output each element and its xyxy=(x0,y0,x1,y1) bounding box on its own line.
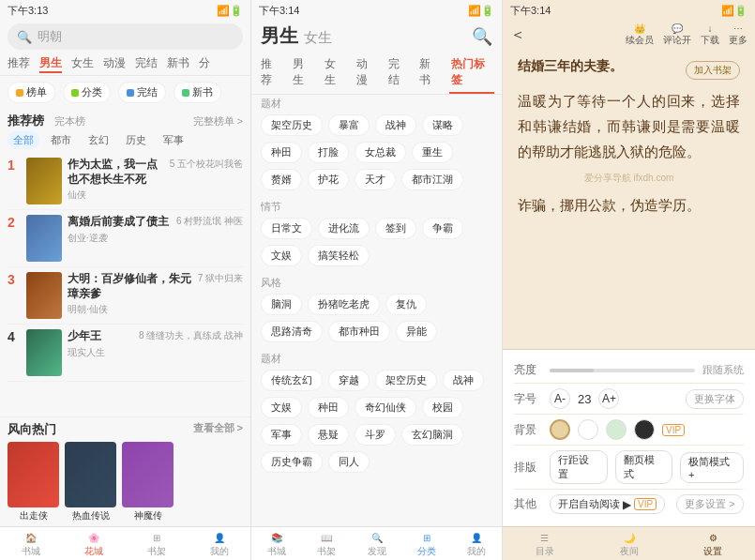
bg-warm[interactable] xyxy=(550,419,570,440)
tag-item[interactable]: 女总裁 xyxy=(355,142,406,163)
tab2-anime[interactable]: 动漫 xyxy=(355,53,379,94)
tag-item[interactable]: 护花 xyxy=(308,169,349,190)
tag-item[interactable]: 思路清奇 xyxy=(261,321,323,342)
action-vip[interactable]: 👑 续会员 xyxy=(626,23,654,47)
tab2-female[interactable]: 女生 xyxy=(323,53,347,94)
nav2-shelf[interactable]: 📖 书架 xyxy=(301,533,351,558)
tag-item[interactable]: 谋略 xyxy=(422,114,463,136)
tag-item[interactable]: 异能 xyxy=(396,321,437,342)
filter-history[interactable]: 历史 xyxy=(120,131,152,149)
tab-female[interactable]: 女生 xyxy=(71,55,94,73)
tab-new[interactable]: 新书 xyxy=(167,55,189,73)
tag-item[interactable]: 扮猪吃老虎 xyxy=(308,294,380,315)
action-more[interactable]: ⋯ 更多 xyxy=(729,23,747,47)
tag-item[interactable]: 传统玄幻 xyxy=(261,370,323,391)
action-download[interactable]: ↓ 下载 xyxy=(701,23,719,47)
change-font-button[interactable]: 更换字体 xyxy=(686,389,744,409)
tag-item[interactable]: 进化流 xyxy=(318,218,370,239)
tag-item[interactable]: 重生 xyxy=(412,142,453,163)
tag-item[interactable]: 复仇 xyxy=(385,294,427,315)
minimal-mode-button[interactable]: 极简模式+ xyxy=(680,452,744,483)
filter-all[interactable]: 全部 xyxy=(8,131,39,149)
add-to-shelf-button[interactable]: 加入书架 xyxy=(686,61,740,80)
btn-category[interactable]: 分类 xyxy=(63,82,111,103)
tab-anime[interactable]: 动漫 xyxy=(103,55,126,73)
action-comment[interactable]: 💬 评论开 xyxy=(663,23,691,47)
tab2-recommend[interactable]: 推荐 xyxy=(259,53,283,94)
table-row[interactable]: 4 少年王 现实人生 8 缝缝功夫，真练成 战神 xyxy=(8,325,243,382)
filter-military[interactable]: 军事 xyxy=(158,131,189,149)
bg-dark[interactable] xyxy=(634,419,655,440)
tag-item[interactable]: 奇幻仙侠 xyxy=(355,397,416,418)
tag-item[interactable]: 军事 xyxy=(261,424,302,446)
btn-finished[interactable]: 完结 xyxy=(118,82,166,103)
full-rank-label[interactable]: 完本榜 xyxy=(54,115,85,127)
font-minus-button[interactable]: A- xyxy=(550,388,570,409)
nav3-night[interactable]: 🌙 夜间 xyxy=(587,533,672,558)
table-row[interactable]: 3 大明：百岁修仙者，朱元璋亲爹 明朝·仙侠 7 狱中归来 xyxy=(8,267,243,325)
tab2-finished[interactable]: 完结 xyxy=(386,53,411,94)
tag-item[interactable]: 悬疑 xyxy=(308,424,349,446)
tag-item[interactable]: 穿越 xyxy=(328,370,370,391)
filter-city[interactable]: 都市 xyxy=(45,131,77,149)
btn-new[interactable]: 新书 xyxy=(174,82,221,103)
gender-male[interactable]: 男生 xyxy=(261,23,298,49)
tag-item[interactable]: 都市江湖 xyxy=(401,169,463,190)
tag-item[interactable]: 暴富 xyxy=(328,114,370,136)
line-spacing-button[interactable]: 行距设置 xyxy=(550,450,608,484)
tag-item[interactable]: 打脸 xyxy=(308,142,349,163)
tag-item[interactable]: 脑洞 xyxy=(261,294,302,315)
font-plus-button[interactable]: A+ xyxy=(598,388,619,409)
tag-item[interactable]: 签到 xyxy=(375,218,416,239)
tag-item[interactable]: 搞笑轻松 xyxy=(308,245,370,266)
tag-item[interactable]: 天才 xyxy=(355,169,396,190)
tag-item[interactable]: 战神 xyxy=(375,114,416,136)
tab-finished[interactable]: 完结 xyxy=(135,55,158,73)
search-bar-1[interactable]: 🔍 明朝 xyxy=(8,23,243,50)
table-row[interactable]: 2 离婚后前妻成了债主 创业·逆袭 6 村野流氓 神医 xyxy=(8,210,243,267)
tag-item[interactable]: 玄幻脑洞 xyxy=(401,424,463,446)
tab-more[interactable]: 分 xyxy=(199,55,210,73)
list-item[interactable]: 热血传说 xyxy=(65,442,116,522)
nav3-settings[interactable]: ⚙ 设置 xyxy=(671,533,755,558)
brightness-slider[interactable] xyxy=(550,369,695,372)
tag-item[interactable]: 架空历史 xyxy=(375,370,437,391)
nav-item-home[interactable]: 🏠 书城 xyxy=(0,533,63,558)
more-settings-button[interactable]: 更多设置 > xyxy=(676,494,743,514)
nav2-bookstore[interactable]: 📚 书城 xyxy=(251,533,301,558)
btn-rank[interactable]: 榜单 xyxy=(8,82,55,103)
tab-male[interactable]: 男生 xyxy=(39,55,62,73)
nav2-profile[interactable]: 👤 我的 xyxy=(452,533,502,558)
tag-item[interactable]: 赘婿 xyxy=(261,169,302,190)
back-button[interactable]: ＜ xyxy=(510,25,525,45)
auto-read-button[interactable]: 开启自动阅读 ▶ VIP xyxy=(550,494,665,514)
tab2-new[interactable]: 新书 xyxy=(417,53,442,94)
tag-item[interactable]: 历史争霸 xyxy=(261,451,323,473)
tag-item[interactable]: 文娱 xyxy=(261,397,302,418)
tag-item[interactable]: 校园 xyxy=(422,397,463,418)
tag-item[interactable]: 争霸 xyxy=(422,218,463,239)
tag-item[interactable]: 日常文 xyxy=(261,218,312,239)
table-row[interactable]: 1 作为太监，我一点也不想长生不死 仙侠 5 五个校花叫我爸 xyxy=(8,153,243,210)
full-list-link[interactable]: 完整榜单 > xyxy=(193,114,243,129)
page-mode-button[interactable]: 翻页模式 xyxy=(615,450,673,484)
nav-item-flower[interactable]: 🌸 花城 xyxy=(63,533,126,558)
tag-item[interactable]: 架空历史 xyxy=(261,114,323,136)
bg-white[interactable] xyxy=(578,419,598,440)
filter-fantasy[interactable]: 玄幻 xyxy=(83,131,114,149)
tag-item[interactable]: 都市种田 xyxy=(328,321,390,342)
trending-link[interactable]: 查看全部 > xyxy=(193,421,243,438)
tag-item[interactable]: 种田 xyxy=(261,142,302,163)
nav3-catalog[interactable]: ☰ 目录 xyxy=(503,533,587,558)
tag-item[interactable]: 文娱 xyxy=(261,245,302,266)
list-item[interactable]: 神魔传 xyxy=(122,442,174,522)
tab-recommend[interactable]: 推荐 xyxy=(8,55,30,73)
nav-item-profile[interactable]: 👤 我的 xyxy=(188,533,250,558)
tag-item[interactable]: 斗罗 xyxy=(355,424,396,446)
tag-item[interactable]: 战神 xyxy=(443,370,484,391)
tab2-tags[interactable]: 热门标签 xyxy=(449,53,494,94)
search-icon-2[interactable]: 🔍 xyxy=(472,26,492,47)
gender-female[interactable]: 女生 xyxy=(304,29,332,47)
list-item[interactable]: 出走侠 xyxy=(8,442,59,522)
tag-item[interactable]: 种田 xyxy=(308,397,349,418)
